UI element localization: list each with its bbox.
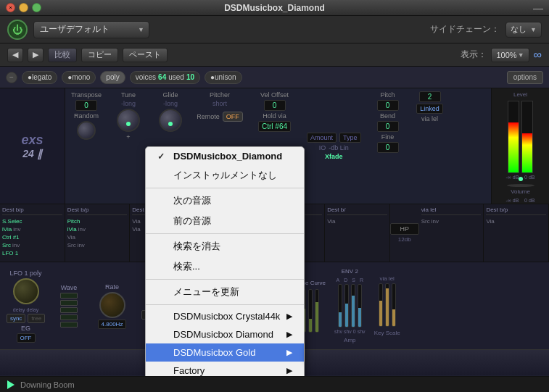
menu-item-dsd-gold-label: DSDMusicbox Gold: [173, 347, 255, 358]
sidechain-label: サイドチェーン：: [430, 23, 500, 36]
dropdown-menu: ✓ DSDMusicbox_Diamond インストゥルメントなし 次の音源: [145, 146, 305, 376]
preset-selector[interactable]: ユーザデフォルト ▼: [33, 21, 149, 38]
power-button[interactable]: ⏻: [7, 20, 28, 40]
separator-3: [146, 279, 304, 280]
nav-prev-button[interactable]: ◀: [7, 48, 23, 62]
separator-2: [146, 233, 304, 234]
menu-item-update-menu[interactable]: メニューを更新: [146, 282, 304, 302]
menu-item-next-sound-label: 次の音源: [173, 194, 211, 207]
menu-item-update-menu-label: メニューを更新: [173, 285, 239, 299]
window-dash: —: [533, 2, 543, 14]
status-text: Downing Boom: [20, 380, 75, 389]
sidechain-value: なし: [511, 24, 527, 35]
dropdown-overlay: ✓ DSDMusicbox_Diamond インストゥルメントなし 次の音源: [0, 67, 549, 376]
minimize-button[interactable]: [19, 3, 28, 12]
nav-next-button[interactable]: ▶: [28, 48, 44, 62]
second-bar-right: 表示： 100% ▼ ∞: [461, 48, 542, 62]
menu-item-crystal44k-label: DSDMusicbox Crystal44k: [173, 311, 280, 322]
maximize-button[interactable]: [32, 3, 41, 12]
submenu-arrow-diamond: ▶: [286, 330, 292, 339]
menu-item-factory[interactable]: Factory ▶: [146, 362, 304, 376]
menu-item-dsd-gold[interactable]: DSDMusicbox Gold ▶: [146, 343, 304, 362]
menu-item-search-label: 検索...: [173, 260, 200, 273]
zoom-value: 100%: [496, 51, 516, 59]
menu-item-crystal44k[interactable]: DSDMusicbox Crystal44k ▶: [146, 307, 304, 325]
plugin-container: ⏻ ユーザデフォルト ▼ サイドチェーン： なし ▼ ◀ ▶ 比較 コピー ペー…: [0, 16, 549, 392]
preset-arrow-icon: ▼: [138, 26, 144, 33]
plugin-body: − ●legato ●mono poly voices 64 used 10 ●…: [0, 67, 549, 376]
separator-4: [146, 304, 304, 305]
preset-name: ユーザデフォルト: [40, 23, 110, 36]
menu-item-dsd-diamond2[interactable]: DSDMusicbox Diamond ▶: [146, 325, 304, 343]
link-icon[interactable]: ∞: [534, 49, 542, 62]
separator-1: [146, 188, 304, 188]
close-button[interactable]: ×: [6, 3, 15, 12]
menu-item-dsd-diamond2-label: DSDMusicbox Diamond: [173, 329, 273, 340]
play-button[interactable]: [7, 380, 15, 389]
menu-item-prev-sound[interactable]: 前の音源: [146, 211, 304, 231]
submenu-arrow-crystal: ▶: [286, 312, 292, 321]
menu-item-prev-sound-label: 前の音源: [173, 214, 211, 228]
window-controls: ×: [6, 3, 41, 12]
top-bar: ⏻ ユーザデフォルト ▼ サイドチェーン： なし ▼: [0, 16, 549, 43]
menu-item-clear-search[interactable]: 検索を消去: [146, 236, 304, 257]
menu-item-no-instrument[interactable]: インストゥルメントなし: [146, 165, 304, 185]
paste-button[interactable]: ペースト: [123, 48, 168, 62]
copy-button[interactable]: コピー: [81, 48, 118, 62]
menu-item-next-sound[interactable]: 次の音源: [146, 191, 304, 211]
window-title: DSDMusicbox_Diamond: [224, 3, 325, 13]
title-bar: × DSDMusicbox_Diamond —: [0, 0, 549, 16]
menu-item-search[interactable]: 検索...: [146, 257, 304, 277]
menu-item-dsd-diamond-label: DSDMusicbox_Diamond: [173, 151, 282, 162]
submenu-arrow-gold: ▶: [286, 348, 292, 357]
compare-button[interactable]: 比較: [48, 48, 77, 62]
status-bar: Downing Boom: [0, 376, 549, 392]
menu-item-no-instrument-label: インストゥルメントなし: [173, 169, 277, 182]
sidechain-arrow-icon: ▼: [530, 26, 537, 33]
menu-item-factory-label: Factory: [173, 365, 205, 376]
menu-item-dsd-diamond[interactable]: ✓ DSDMusicbox_Diamond: [146, 147, 304, 165]
menu-item-clear-search-label: 検索を消去: [173, 240, 220, 253]
top-bar-right: サイドチェーン： なし ▼: [430, 22, 542, 38]
exs-panel: − ●legato ●mono poly voices 64 used 10 ●…: [0, 67, 549, 376]
submenu-wrapper: DSDMusicbox Gold ▶ DSD_MUSICBOX: [146, 343, 304, 362]
second-bar: ◀ ▶ 比較 コピー ペースト 表示： 100% ▼ ∞: [0, 43, 549, 67]
checkmark-icon: ✓: [157, 151, 168, 162]
zoom-arrow-icon: ▼: [518, 51, 524, 59]
display-label: 表示：: [461, 49, 487, 61]
submenu-arrow-factory: ▶: [286, 366, 292, 375]
sidechain-select[interactable]: なし ▼: [505, 22, 542, 38]
zoom-select[interactable]: 100% ▼: [491, 48, 529, 62]
